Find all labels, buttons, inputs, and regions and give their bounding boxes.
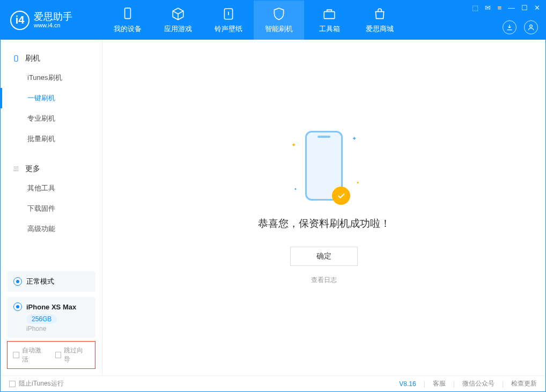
success-illustration: ✦ ✦ • • bbox=[305, 131, 343, 201]
sidebar-item-advanced[interactable]: 高级功能 bbox=[1, 219, 102, 239]
tab-apps-games[interactable]: 应用游戏 bbox=[153, 1, 203, 40]
tab-toolbox[interactable]: 工具箱 bbox=[304, 1, 355, 40]
sidebar-item-download-firmware[interactable]: 下载固件 bbox=[1, 198, 102, 219]
storage-badge: 256GB bbox=[26, 314, 57, 324]
sparkle-icon: ✦ bbox=[352, 135, 357, 142]
device-card[interactable]: iPhone XS Max 256GB iPhone bbox=[7, 297, 95, 338]
sidebar-item-other-tools[interactable]: 其他工具 bbox=[1, 178, 102, 198]
logo-icon: i4 bbox=[10, 11, 29, 30]
sparkle-icon: ✦ bbox=[291, 142, 296, 149]
sparkle-icon: • bbox=[294, 186, 297, 192]
footer-link-wechat[interactable]: 微信公众号 bbox=[462, 379, 495, 388]
sidebar: 刷机 iTunes刷机 一键刷机 专业刷机 批量刷机 更多 其他工具 下载固件 … bbox=[1, 40, 102, 375]
cube-icon bbox=[171, 7, 185, 21]
sidebar-group-flash: 刷机 bbox=[1, 49, 102, 68]
minimize-button[interactable]: — bbox=[508, 4, 515, 12]
logo[interactable]: i4 爱思助手 www.i4.cn bbox=[1, 11, 102, 30]
app-name: 爱思助手 bbox=[34, 12, 72, 23]
shield-icon bbox=[272, 7, 286, 21]
svg-rect-4 bbox=[14, 56, 18, 62]
mode-label: 正常模式 bbox=[26, 277, 54, 286]
version-label: V8.16 bbox=[399, 380, 416, 388]
view-log-link[interactable]: 查看日志 bbox=[311, 276, 337, 285]
skin-button[interactable]: ⬚ bbox=[472, 4, 478, 12]
svg-rect-2 bbox=[324, 11, 335, 18]
sparkle-icon: • bbox=[357, 179, 359, 186]
device-icon bbox=[121, 7, 135, 21]
music-icon bbox=[222, 7, 235, 21]
mode-icon bbox=[13, 277, 22, 286]
toolbox-icon bbox=[322, 7, 336, 21]
phone-icon bbox=[12, 55, 20, 62]
sidebar-item-oneclick-flash[interactable]: 一键刷机 bbox=[1, 88, 102, 108]
app-header: i4 爱思助手 www.i4.cn 我的设备 应用游戏 铃声壁纸 智能刷机 工具… bbox=[1, 1, 545, 40]
window-controls: ⬚ ✉ ≡ — ☐ ✕ bbox=[472, 4, 540, 12]
checkbox-auto-activate[interactable]: 自动激活 bbox=[13, 346, 48, 364]
sidebar-item-batch-flash[interactable]: 批量刷机 bbox=[1, 129, 102, 149]
device-type: iPhone bbox=[26, 325, 89, 332]
maximize-button[interactable]: ☐ bbox=[521, 4, 528, 12]
mode-card[interactable]: 正常模式 bbox=[7, 271, 95, 292]
checkbox-block-itunes[interactable]: 阻止iTunes运行 bbox=[9, 379, 64, 388]
tab-ringtones[interactable]: 铃声壁纸 bbox=[203, 1, 254, 40]
list-icon bbox=[12, 165, 20, 173]
tab-store[interactable]: 爱思商城 bbox=[355, 1, 405, 40]
checkmark-icon bbox=[332, 187, 350, 205]
tab-my-device[interactable]: 我的设备 bbox=[102, 1, 153, 40]
success-message: 恭喜您，保资料刷机成功啦！ bbox=[258, 217, 390, 231]
device-name: iPhone XS Max bbox=[26, 303, 76, 311]
ok-button[interactable]: 确定 bbox=[290, 247, 358, 266]
highlighted-checkbox-row: 自动激活 跳过向导 bbox=[7, 341, 95, 369]
feedback-button[interactable]: ✉ bbox=[485, 4, 491, 12]
footer-link-support[interactable]: 客服 bbox=[433, 379, 446, 388]
user-icon[interactable] bbox=[524, 20, 538, 34]
svg-rect-0 bbox=[125, 8, 131, 18]
device-dot-icon bbox=[13, 302, 22, 311]
status-bar: 阻止iTunes运行 V8.16 | 客服 | 微信公众号 | 检查更新 bbox=[1, 375, 545, 391]
close-button[interactable]: ✕ bbox=[534, 4, 540, 12]
tab-smart-flash[interactable]: 智能刷机 bbox=[254, 1, 304, 40]
main-content: ✦ ✦ • • 恭喜您，保资料刷机成功啦！ 确定 查看日志 bbox=[102, 40, 545, 375]
footer-link-update[interactable]: 检查更新 bbox=[511, 379, 537, 388]
app-url: www.i4.cn bbox=[34, 22, 72, 28]
download-icon[interactable] bbox=[503, 20, 517, 34]
menu-button[interactable]: ≡ bbox=[497, 4, 501, 12]
checkbox-skip-guide[interactable]: 跳过向导 bbox=[55, 346, 90, 364]
sidebar-item-itunes-flash[interactable]: iTunes刷机 bbox=[1, 68, 102, 88]
top-nav: 我的设备 应用游戏 铃声壁纸 智能刷机 工具箱 爱思商城 bbox=[102, 1, 405, 40]
bag-icon bbox=[373, 7, 387, 21]
svg-point-3 bbox=[530, 25, 533, 27]
sidebar-item-pro-flash[interactable]: 专业刷机 bbox=[1, 108, 102, 129]
sidebar-group-more: 更多 bbox=[1, 160, 102, 178]
